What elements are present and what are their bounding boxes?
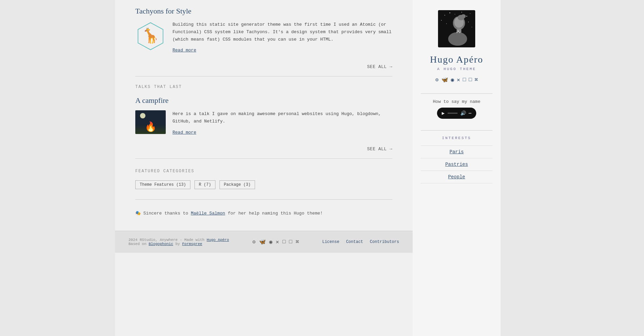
interests-title: INTERESTS <box>421 136 492 140</box>
post-row-1: 🦒 Building this static site generator th… <box>135 21 392 54</box>
footer-rss-icon[interactable]: ⌘ <box>296 239 299 245</box>
svg-point-2 <box>444 15 445 16</box>
post-title-1: Tachyons for Style <box>135 7 392 16</box>
hugo-apero-footer-link[interactable]: Hugo Apéro <box>207 238 229 242</box>
audio-player[interactable]: ▶ 🔊 ⋯ <box>437 108 476 119</box>
svg-point-17 <box>448 32 467 46</box>
left-sidebar <box>0 0 115 336</box>
footer-right: License Contact Contributors <box>322 240 399 244</box>
svg-point-18 <box>458 30 459 32</box>
audio-volume-icon[interactable]: 🔊 <box>460 110 466 116</box>
interest-paris[interactable]: Paris <box>421 145 492 158</box>
interest-pastries[interactable]: Pastries <box>421 158 492 171</box>
see-all-link-2[interactable]: SEE ALL → <box>367 147 392 152</box>
footer-instagram-icon[interactable]: ◉ <box>269 239 273 245</box>
footer-by: by <box>176 242 182 246</box>
blogophonic-link[interactable]: Blogophonic <box>148 242 173 246</box>
interests-section: INTERESTS Paris Pastries People <box>421 136 492 183</box>
audio-more-icon[interactable]: ⋯ <box>469 110 472 116</box>
moon-decoration <box>140 113 145 118</box>
interest-people[interactable]: People <box>421 171 492 183</box>
footer-based-on: Based on <box>129 242 148 246</box>
read-more-link-2[interactable]: Read more <box>172 130 196 135</box>
right-sidebar: Hugo Apéro A HUGO THEME ⊙ 🦋 ◉ ✕ □ □ ⌘ Ho… <box>413 0 501 336</box>
svg-point-7 <box>470 13 470 14</box>
social-icons-row: ⊙ 🦋 ◉ ✕ □ □ ⌘ <box>435 76 478 83</box>
svg-point-3 <box>450 13 450 13</box>
svg-point-8 <box>441 20 442 21</box>
read-more-link-1[interactable]: Read more <box>172 48 196 53</box>
categories-section: FEATURED CATEGORIES Theme Features (13) … <box>135 169 392 189</box>
footer-github-icon[interactable]: ⊙ <box>252 239 256 245</box>
post-body-1: Building this static site generator them… <box>172 21 392 54</box>
thanks-note: 🎭 Sincere thanks to Maëlle Salmon for he… <box>135 206 392 217</box>
post-image-campfire: 🔥 <box>135 110 166 134</box>
post-title-2: A campfire <box>135 96 392 105</box>
sidebar-square1-icon[interactable]: □ <box>463 77 466 83</box>
footer-icons: ⊙ 🦋 ◉ ✕ □ □ ⌘ <box>252 239 299 245</box>
play-icon[interactable]: ▶ <box>442 110 444 116</box>
sidebar-butterfly-icon[interactable]: 🦋 <box>441 76 448 83</box>
talks-section-title: TALKS THAT LAST <box>135 85 392 89</box>
svg-point-9 <box>446 23 447 24</box>
giraffe-icon: 🦒 <box>142 27 159 45</box>
sidebar-twitter-icon[interactable]: ✕ <box>457 76 460 83</box>
footer-left: 2024 RStudio, Anywhere · Made with Hugo … <box>129 238 229 246</box>
svg-point-10 <box>468 22 469 22</box>
formspree-link[interactable]: Formspree <box>182 242 202 246</box>
sidebar-divider-1 <box>421 93 492 94</box>
footer-square1-icon[interactable]: □ <box>282 239 286 245</box>
right-sidebar-inner: Hugo Apéro A HUGO THEME ⊙ 🦋 ◉ ✕ □ □ ⌘ Ho… <box>413 0 501 194</box>
category-tag-0[interactable]: Theme Features (13) <box>135 180 190 189</box>
maelle-salmon-link[interactable]: Maëlle Salmon <box>191 211 225 216</box>
footer-twitter-icon[interactable]: ✕ <box>276 239 279 245</box>
svg-point-20 <box>459 32 460 33</box>
content-inner: Tachyons for Style 🦒 Building this stati… <box>115 0 413 231</box>
main-content: Tachyons for Style 🦒 Building this stati… <box>115 0 413 336</box>
avatar <box>438 10 475 47</box>
sidebar-divider-2 <box>421 130 492 131</box>
svg-point-6 <box>466 16 467 17</box>
sidebar-rss-icon[interactable]: ⌘ <box>475 76 478 83</box>
footer-square2-icon[interactable]: □ <box>289 239 293 245</box>
svg-point-4 <box>455 14 455 15</box>
fire-icon: 🔥 <box>145 121 157 133</box>
footer-license-link[interactable]: License <box>322 240 339 244</box>
post-card-2: A campfire 🔥 Here is a talk I gave on ma… <box>135 96 392 136</box>
svg-point-15 <box>461 14 466 18</box>
post-body-2: Here is a talk I gave on making awesome … <box>172 110 392 136</box>
see-all-row-2: SEE ALL → <box>135 143 392 159</box>
section-divider <box>135 199 392 200</box>
footer-contributors-link[interactable]: Contributors <box>370 240 399 244</box>
post-image-hex: 🦒 <box>135 21 166 51</box>
sidebar-github-icon[interactable]: ⊙ <box>435 76 439 83</box>
featured-categories-title: FEATURED CATEGORIES <box>135 169 392 174</box>
footer-butterfly-icon[interactable]: 🦋 <box>259 239 266 245</box>
category-tags: Theme Features (13) R (7) Package (3) <box>135 180 392 189</box>
avatar-svg <box>438 10 475 47</box>
site-title: Hugo Apéro <box>430 54 483 65</box>
footer-copyright: 2024 RStudio, Anywhere · Made with <box>129 238 207 242</box>
category-tag-1[interactable]: R (7) <box>194 180 215 189</box>
see-all-row-1: SEE ALL → <box>135 61 392 76</box>
sidebar-square2-icon[interactable]: □ <box>469 77 472 83</box>
campfire-scene: 🔥 <box>135 110 166 134</box>
hexagon-container: 🦒 <box>135 21 166 51</box>
post-row-2: 🔥 Here is a talk I gave on making awesom… <box>135 110 392 136</box>
post-description-2: Here is a talk I gave on making awesome … <box>172 110 392 125</box>
name-label: How to say my name <box>433 99 480 104</box>
svg-point-11 <box>472 27 472 27</box>
footer-contact-link[interactable]: Contact <box>346 240 363 244</box>
see-all-link-1[interactable]: SEE ALL → <box>367 64 392 69</box>
footer: 2024 RStudio, Anywhere · Made with Hugo … <box>115 231 413 253</box>
site-subtitle: A HUGO THEME <box>437 67 476 71</box>
page-wrapper: Tachyons for Style 🦒 Building this stati… <box>0 0 644 336</box>
post-description-1: Building this static site generator them… <box>172 21 392 43</box>
thanks-prefix: 🎭 Sincere thanks to <box>135 211 191 216</box>
audio-progress-bar <box>447 113 458 114</box>
svg-point-19 <box>457 32 458 33</box>
sidebar-instagram-icon[interactable]: ◉ <box>451 76 454 83</box>
svg-point-5 <box>461 12 462 13</box>
category-tag-2[interactable]: Package (3) <box>220 180 255 189</box>
thanks-suffix: for her help naming this Hugo theme! <box>225 211 323 216</box>
